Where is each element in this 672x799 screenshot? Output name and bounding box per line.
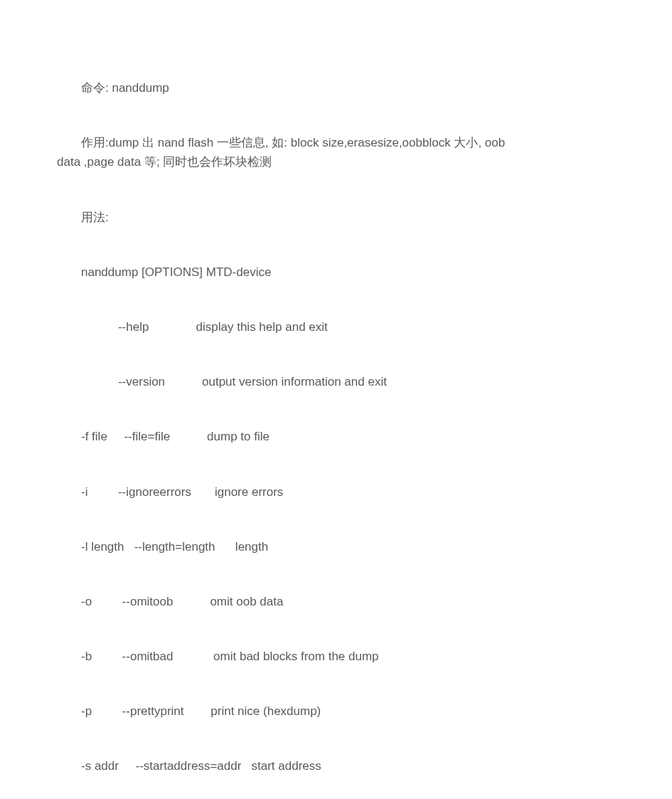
option-file: -f file --file=file dump to file bbox=[57, 427, 615, 446]
purpose-block: 作用:dump 出 nand flash 一些信息, 如: block size… bbox=[57, 133, 615, 171]
option-ignoreerrors: -i --ignoreerrors ignore errors bbox=[57, 482, 615, 502]
document-page: 命令: nanddump 作用:dump 出 nand flash 一些信息, … bbox=[0, 0, 672, 799]
usage-heading: 用法: bbox=[57, 208, 615, 227]
option-omitoob: -o --omitoob omit oob data bbox=[57, 592, 615, 611]
option-version: --version output version information and… bbox=[57, 372, 615, 391]
option-prettyprint: -p --prettyprint print nice (hexdump) bbox=[57, 702, 615, 721]
purpose-line-1: 作用:dump 出 nand flash 一些信息, 如: block size… bbox=[57, 133, 615, 152]
option-omitbad: -b --omitbad omit bad blocks from the du… bbox=[57, 647, 615, 666]
option-startaddress: -s addr --startaddress=addr start addres… bbox=[57, 756, 615, 776]
command-line: 命令: nanddump bbox=[57, 78, 615, 97]
usage-syntax: nanddump [OPTIONS] MTD-device bbox=[57, 263, 615, 282]
option-length: -l length --length=length length bbox=[57, 537, 615, 556]
purpose-line-2: data ,page data 等; 同时也会作坏块检测 bbox=[57, 152, 615, 171]
option-help: --help display this help and exit bbox=[57, 317, 615, 337]
